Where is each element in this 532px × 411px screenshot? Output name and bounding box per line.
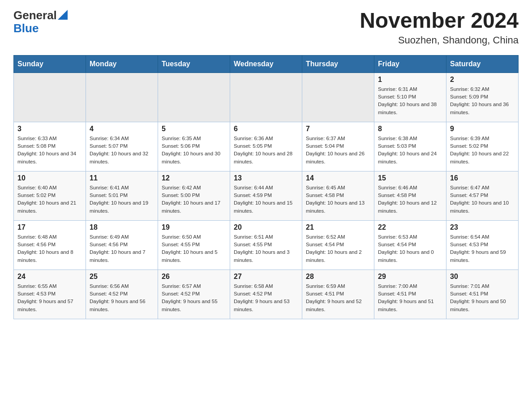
day-info: Sunrise: 6:44 AM Sunset: 4:59 PM Dayligh… bbox=[234, 184, 298, 215]
location-subtitle: Suozhen, Shandong, China bbox=[360, 34, 519, 46]
calendar-cell: 24Sunrise: 6:55 AM Sunset: 4:53 PM Dayli… bbox=[14, 270, 86, 319]
day-info: Sunrise: 6:49 AM Sunset: 4:56 PM Dayligh… bbox=[90, 233, 154, 264]
calendar-cell: 13Sunrise: 6:44 AM Sunset: 4:59 PM Dayli… bbox=[230, 171, 302, 220]
day-number: 12 bbox=[162, 174, 226, 182]
day-info: Sunrise: 6:38 AM Sunset: 5:03 PM Dayligh… bbox=[378, 135, 442, 166]
calendar-cell: 2Sunrise: 6:32 AM Sunset: 5:09 PM Daylig… bbox=[446, 73, 519, 122]
calendar-cell: 17Sunrise: 6:48 AM Sunset: 4:56 PM Dayli… bbox=[14, 220, 86, 270]
day-info: Sunrise: 6:48 AM Sunset: 4:56 PM Dayligh… bbox=[17, 233, 82, 264]
calendar-cell bbox=[86, 73, 158, 122]
weekday-header-monday: Monday bbox=[86, 55, 158, 73]
day-number: 26 bbox=[162, 273, 226, 281]
calendar-week-row: 1Sunrise: 6:31 AM Sunset: 5:10 PM Daylig… bbox=[14, 73, 519, 122]
day-info: Sunrise: 6:37 AM Sunset: 5:04 PM Dayligh… bbox=[306, 135, 370, 166]
day-info: Sunrise: 6:54 AM Sunset: 4:53 PM Dayligh… bbox=[450, 233, 515, 264]
day-info: Sunrise: 6:47 AM Sunset: 4:57 PM Dayligh… bbox=[450, 184, 515, 215]
day-number: 22 bbox=[378, 223, 442, 231]
day-number: 10 bbox=[17, 174, 82, 182]
day-number: 30 bbox=[450, 273, 515, 281]
day-number: 24 bbox=[17, 273, 82, 281]
day-number: 9 bbox=[450, 125, 515, 133]
day-info: Sunrise: 6:34 AM Sunset: 5:07 PM Dayligh… bbox=[90, 135, 154, 166]
logo-triangle-icon bbox=[58, 10, 68, 20]
calendar-cell: 21Sunrise: 6:52 AM Sunset: 4:54 PM Dayli… bbox=[302, 220, 374, 270]
day-number: 5 bbox=[162, 125, 226, 133]
day-info: Sunrise: 6:57 AM Sunset: 4:52 PM Dayligh… bbox=[162, 283, 226, 313]
calendar-week-row: 17Sunrise: 6:48 AM Sunset: 4:56 PM Dayli… bbox=[14, 220, 519, 270]
day-number: 7 bbox=[306, 125, 370, 133]
weekday-header-row: SundayMondayTuesdayWednesdayThursdayFrid… bbox=[14, 55, 519, 73]
day-number: 2 bbox=[450, 76, 515, 84]
day-info: Sunrise: 6:46 AM Sunset: 4:58 PM Dayligh… bbox=[378, 184, 442, 215]
calendar-cell: 25Sunrise: 6:56 AM Sunset: 4:52 PM Dayli… bbox=[86, 270, 158, 319]
day-info: Sunrise: 6:35 AM Sunset: 5:06 PM Dayligh… bbox=[162, 135, 226, 166]
weekday-header-saturday: Saturday bbox=[446, 55, 519, 73]
day-number: 1 bbox=[378, 76, 442, 84]
day-info: Sunrise: 6:39 AM Sunset: 5:02 PM Dayligh… bbox=[450, 135, 515, 166]
day-number: 14 bbox=[306, 174, 370, 182]
day-info: Sunrise: 7:00 AM Sunset: 4:51 PM Dayligh… bbox=[378, 283, 442, 313]
day-number: 11 bbox=[90, 174, 154, 182]
weekday-header-wednesday: Wednesday bbox=[230, 55, 302, 73]
day-number: 25 bbox=[90, 273, 154, 281]
logo-general: General bbox=[13, 9, 57, 22]
calendar-cell: 19Sunrise: 6:50 AM Sunset: 4:55 PM Dayli… bbox=[158, 220, 230, 270]
day-info: Sunrise: 6:32 AM Sunset: 5:09 PM Dayligh… bbox=[450, 86, 515, 116]
weekday-header-friday: Friday bbox=[374, 55, 446, 73]
calendar-week-row: 10Sunrise: 6:40 AM Sunset: 5:02 PM Dayli… bbox=[14, 171, 519, 220]
calendar-table: SundayMondayTuesdayWednesdayThursdayFrid… bbox=[13, 55, 519, 319]
svg-marker-0 bbox=[58, 10, 68, 20]
day-number: 16 bbox=[450, 174, 515, 182]
calendar-cell: 22Sunrise: 6:53 AM Sunset: 4:54 PM Dayli… bbox=[374, 220, 446, 270]
calendar-cell bbox=[158, 73, 230, 122]
day-info: Sunrise: 6:52 AM Sunset: 4:54 PM Dayligh… bbox=[306, 233, 370, 264]
calendar-cell: 30Sunrise: 7:01 AM Sunset: 4:51 PM Dayli… bbox=[446, 270, 519, 319]
calendar-cell: 28Sunrise: 6:59 AM Sunset: 4:51 PM Dayli… bbox=[302, 270, 374, 319]
calendar-week-row: 24Sunrise: 6:55 AM Sunset: 4:53 PM Dayli… bbox=[14, 270, 519, 319]
day-info: Sunrise: 6:55 AM Sunset: 4:53 PM Dayligh… bbox=[17, 283, 82, 313]
month-year-title: November 2024 bbox=[360, 9, 519, 33]
day-number: 27 bbox=[234, 273, 298, 281]
calendar-cell: 20Sunrise: 6:51 AM Sunset: 4:55 PM Dayli… bbox=[230, 220, 302, 270]
calendar-cell bbox=[302, 73, 374, 122]
day-number: 15 bbox=[378, 174, 442, 182]
calendar-cell: 23Sunrise: 6:54 AM Sunset: 4:53 PM Dayli… bbox=[446, 220, 519, 270]
day-info: Sunrise: 6:58 AM Sunset: 4:52 PM Dayligh… bbox=[234, 283, 298, 313]
day-info: Sunrise: 6:59 AM Sunset: 4:51 PM Dayligh… bbox=[306, 283, 370, 313]
day-info: Sunrise: 6:45 AM Sunset: 4:58 PM Dayligh… bbox=[306, 184, 370, 215]
calendar-cell: 5Sunrise: 6:35 AM Sunset: 5:06 PM Daylig… bbox=[158, 122, 230, 171]
calendar-cell: 4Sunrise: 6:34 AM Sunset: 5:07 PM Daylig… bbox=[86, 122, 158, 171]
calendar-cell: 3Sunrise: 6:33 AM Sunset: 5:08 PM Daylig… bbox=[14, 122, 86, 171]
calendar-cell: 15Sunrise: 6:46 AM Sunset: 4:58 PM Dayli… bbox=[374, 171, 446, 220]
day-info: Sunrise: 6:51 AM Sunset: 4:55 PM Dayligh… bbox=[234, 233, 298, 264]
day-number: 28 bbox=[306, 273, 370, 281]
calendar-cell: 26Sunrise: 6:57 AM Sunset: 4:52 PM Dayli… bbox=[158, 270, 230, 319]
day-number: 3 bbox=[17, 125, 82, 133]
title-section: November 2024 Suozhen, Shandong, China bbox=[360, 9, 519, 46]
day-number: 23 bbox=[450, 223, 515, 231]
day-number: 20 bbox=[234, 223, 298, 231]
day-info: Sunrise: 6:33 AM Sunset: 5:08 PM Dayligh… bbox=[17, 135, 82, 166]
day-info: Sunrise: 6:53 AM Sunset: 4:54 PM Dayligh… bbox=[378, 233, 442, 264]
calendar-cell: 6Sunrise: 6:36 AM Sunset: 5:05 PM Daylig… bbox=[230, 122, 302, 171]
logo-blue: Blue bbox=[13, 21, 39, 35]
day-info: Sunrise: 6:56 AM Sunset: 4:52 PM Dayligh… bbox=[90, 283, 154, 313]
day-info: Sunrise: 7:01 AM Sunset: 4:51 PM Dayligh… bbox=[450, 283, 515, 313]
day-number: 6 bbox=[234, 125, 298, 133]
page-header: General Blue November 2024 Suozhen, Shan… bbox=[13, 9, 519, 46]
day-number: 29 bbox=[378, 273, 442, 281]
calendar-cell bbox=[14, 73, 86, 122]
day-info: Sunrise: 6:41 AM Sunset: 5:01 PM Dayligh… bbox=[90, 184, 154, 215]
day-number: 18 bbox=[90, 223, 154, 231]
calendar-cell: 12Sunrise: 6:42 AM Sunset: 5:00 PM Dayli… bbox=[158, 171, 230, 220]
calendar-cell: 11Sunrise: 6:41 AM Sunset: 5:01 PM Dayli… bbox=[86, 171, 158, 220]
day-number: 4 bbox=[90, 125, 154, 133]
weekday-header-sunday: Sunday bbox=[14, 55, 86, 73]
logo: General Blue bbox=[13, 9, 68, 34]
calendar-cell: 9Sunrise: 6:39 AM Sunset: 5:02 PM Daylig… bbox=[446, 122, 519, 171]
calendar-week-row: 3Sunrise: 6:33 AM Sunset: 5:08 PM Daylig… bbox=[14, 122, 519, 171]
weekday-header-tuesday: Tuesday bbox=[158, 55, 230, 73]
calendar-cell: 8Sunrise: 6:38 AM Sunset: 5:03 PM Daylig… bbox=[374, 122, 446, 171]
day-number: 8 bbox=[378, 125, 442, 133]
calendar-cell: 7Sunrise: 6:37 AM Sunset: 5:04 PM Daylig… bbox=[302, 122, 374, 171]
